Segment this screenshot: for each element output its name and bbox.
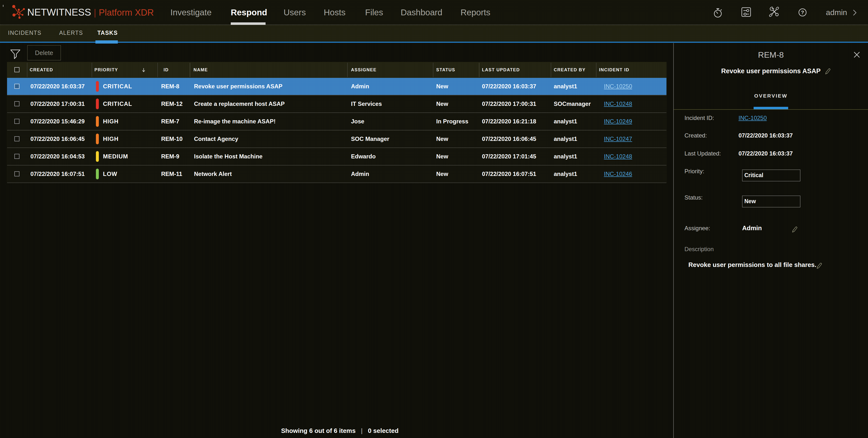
svg-text:?: ?	[801, 9, 804, 15]
